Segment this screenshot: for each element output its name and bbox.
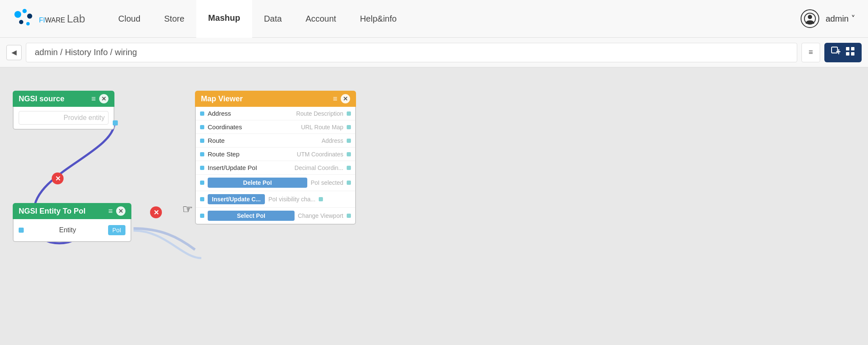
nav-account[interactable]: Account <box>294 0 348 38</box>
ngsi-source-provide-entity: Provide entity <box>19 111 108 125</box>
svg-rect-12 <box>846 52 849 56</box>
map-viewer-widget: Map Viewer ≡ ✕ Address Route Description… <box>195 91 356 225</box>
breadcrumb-text: admin / History Info / wiring <box>35 47 137 57</box>
ngsi-source-widget: NGSI source ≡ ✕ Provide entity <box>13 91 114 130</box>
route-desc-output-port[interactable] <box>347 111 351 116</box>
ngsi-entity-title: NGSI Entity To PoI <box>19 207 108 216</box>
map-row-delete-poi: Delete PoI PoI selected <box>196 175 355 191</box>
routestep-label: Route Step <box>208 150 297 158</box>
ngsi-entity-poi-output[interactable]: PoI <box>108 225 125 235</box>
decimal-coord-output-port[interactable] <box>347 166 351 170</box>
ngsi-entity-close-icon[interactable]: ✕ <box>116 206 125 216</box>
nav-helpinfo[interactable]: Help&info <box>348 0 409 38</box>
navbar: FIWARELab Cloud Store Mashup Data Accoun… <box>0 0 868 38</box>
ngsi-entity-header: NGSI Entity To PoI ≡ ✕ <box>13 203 131 219</box>
svg-point-1 <box>22 9 27 13</box>
map-viewer-header: Map Viewer ≡ ✕ <box>195 91 356 107</box>
insert-poi-label: Insert/Update PoI <box>208 164 295 171</box>
ngsi-entity-row: Entity PoI <box>19 223 125 237</box>
user-name[interactable]: admin ˅ <box>826 14 855 24</box>
svg-point-6 <box>808 15 812 19</box>
ngsi-source-menu-icon[interactable]: ≡ <box>91 95 96 103</box>
map-viewer-header-icons: ≡ ✕ <box>333 94 350 103</box>
ngsi-entity-header-icons: ≡ ✕ <box>108 206 125 216</box>
breadcrumb-back-button[interactable]: ◀ <box>6 45 22 60</box>
address-input-port[interactable] <box>200 111 204 116</box>
nav-store[interactable]: Store <box>152 0 196 38</box>
ngsi-entity-input-port[interactable] <box>19 228 24 233</box>
ngsi-entity-menu-icon[interactable]: ≡ <box>108 207 113 216</box>
route-address-output-port[interactable] <box>347 139 351 143</box>
logo-ware: WARE <box>45 17 65 24</box>
delete-poi-button[interactable]: Delete PoI <box>208 178 307 188</box>
add-workspace-icon <box>831 47 840 58</box>
ngsi-source-output-port[interactable] <box>113 120 118 125</box>
ngsi-source-title: NGSI source <box>19 95 91 103</box>
svg-rect-10 <box>846 47 849 50</box>
ngsi-entity-label: Entity <box>59 226 76 234</box>
logo-lab: Lab <box>67 12 85 25</box>
utm-output-port[interactable] <box>347 152 351 156</box>
map-row-address: Address Route Description <box>196 107 355 120</box>
route-desc-label: Route Description <box>296 110 343 117</box>
map-row-select-poi: Select PoI Change Viewport <box>196 208 355 224</box>
map-row-insert-update-poi: Insert/Update PoI Decimal Coordin... <box>196 161 355 175</box>
map-viewer-close-icon[interactable]: ✕ <box>341 94 350 103</box>
decimal-coord-label: Decimal Coordin... <box>295 164 343 171</box>
nav-data[interactable]: Data <box>252 0 294 38</box>
ngsi-source-header-icons: ≡ ✕ <box>91 94 108 103</box>
address-label: Address <box>208 110 296 117</box>
coords-input-port[interactable] <box>200 125 204 129</box>
url-route-label: URL Route Map <box>301 124 343 131</box>
nav-cloud[interactable]: Cloud <box>106 0 152 38</box>
svg-point-2 <box>27 14 32 19</box>
poi-visibility-output-port[interactable] <box>319 197 323 201</box>
coords-label: Coordinates <box>208 123 301 131</box>
ngsi-source-close-icon[interactable]: ✕ <box>99 94 108 103</box>
poi-visibility-label: PoI visibility cha... <box>268 196 315 203</box>
breadcrumb-bar: ◀ admin / History Info / wiring ≡ <box>0 38 868 67</box>
map-row-route: Route Address <box>196 134 355 147</box>
svg-rect-13 <box>851 52 854 56</box>
ngsi-entity-body: Entity PoI <box>13 219 131 242</box>
change-viewport-label: Change Viewport <box>298 212 343 219</box>
svg-point-3 <box>19 20 23 24</box>
routestep-input-port[interactable] <box>200 152 204 156</box>
fiware-logo-icon <box>13 8 35 30</box>
logo-text: FIWARELab <box>39 12 85 25</box>
connection-delete-badge-2[interactable]: ✕ <box>150 206 162 218</box>
ngsi-source-header: NGSI source ≡ ✕ <box>13 91 114 107</box>
insert-c-input-port[interactable] <box>200 197 204 201</box>
layout-icon <box>846 47 855 58</box>
ngsi-source-body: Provide entity <box>13 107 114 130</box>
logo[interactable]: FIWARELab <box>13 8 85 30</box>
breadcrumb-actions-button[interactable] <box>824 43 862 62</box>
poi-selected-label: PoI selected <box>311 179 343 186</box>
insert-poi-input-port[interactable] <box>200 166 204 170</box>
breadcrumb-path: admin / History Info / wiring <box>26 43 797 62</box>
delete-poi-input-port[interactable] <box>200 181 204 185</box>
nav-items: Cloud Store Mashup Data Account Help&inf… <box>106 0 801 38</box>
utm-label: UTM Coordinates <box>297 151 343 158</box>
select-poi-input-port[interactable] <box>200 214 204 218</box>
map-viewer-menu-icon[interactable]: ≡ <box>333 95 337 103</box>
nav-right: admin ˅ <box>801 9 855 28</box>
logo-fi: FI <box>39 17 45 24</box>
route-address-label: Address <box>322 137 343 144</box>
user-avatar <box>801 9 819 28</box>
select-poi-button[interactable]: Select PoI <box>208 211 295 221</box>
map-row-routestep: Route Step UTM Coordinates <box>196 147 355 161</box>
nav-mashup[interactable]: Mashup <box>196 0 252 38</box>
change-viewport-output-port[interactable] <box>347 214 351 218</box>
url-route-output-port[interactable] <box>347 125 351 129</box>
route-input-port[interactable] <box>200 139 204 143</box>
svg-point-4 <box>26 22 30 25</box>
insert-update-c-button[interactable]: Insert/Update C... <box>208 194 265 204</box>
map-row-insert-update-c: Insert/Update C... PoI visibility cha... <box>196 191 355 208</box>
avatar-icon <box>804 13 816 25</box>
connection-delete-badge-1[interactable]: ✕ <box>52 172 64 184</box>
ngsi-entity-widget: NGSI Entity To PoI ≡ ✕ Entity PoI <box>13 203 131 242</box>
poi-selected-output-port[interactable] <box>347 181 351 185</box>
svg-rect-11 <box>851 47 854 50</box>
breadcrumb-menu-button[interactable]: ≡ <box>801 43 820 62</box>
